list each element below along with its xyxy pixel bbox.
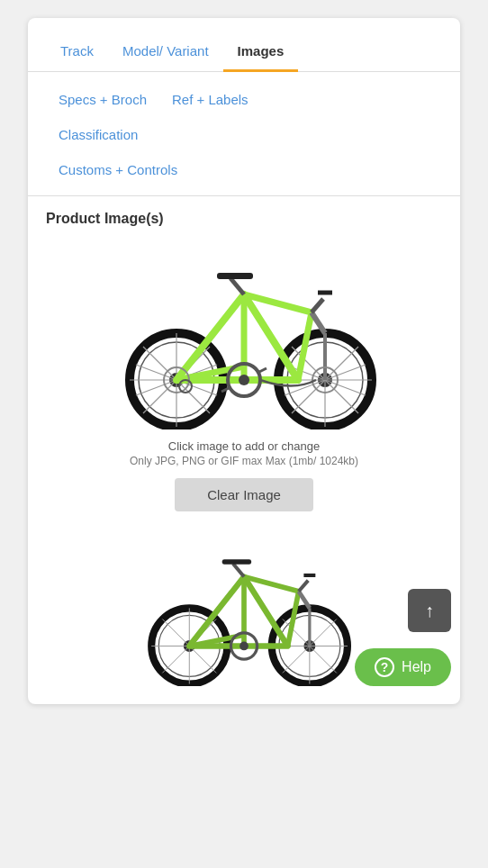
svg-point-62: [239, 642, 249, 651]
tab-ref-labels[interactable]: Ref + Labels: [159, 85, 261, 116]
clear-image-button[interactable]: Clear Image: [175, 478, 313, 511]
tab-images[interactable]: Images: [223, 34, 299, 72]
svg-line-27: [312, 299, 323, 312]
scroll-top-button[interactable]: ↑: [408, 589, 451, 632]
tab-model-variant[interactable]: Model/ Variant: [108, 34, 223, 72]
svg-line-59: [299, 581, 309, 592]
svg-line-57: [233, 564, 244, 577]
svg-line-25: [230, 278, 244, 294]
tabs-row4: Customs + Controls: [28, 151, 460, 196]
image-area: Click image to add or change Only JPG, P…: [28, 236, 460, 686]
product-image-1[interactable]: [82, 236, 406, 434]
help-circle-icon: ?: [375, 657, 394, 677]
svg-rect-26: [217, 273, 253, 279]
chevron-up-icon: ↑: [425, 601, 434, 621]
main-card: Track Model/ Variant Images Specs + Broc…: [28, 18, 460, 704]
bike-svg-1: [100, 240, 388, 429]
tab-specs-broch[interactable]: Specs + Broch: [46, 85, 159, 116]
svg-rect-58: [222, 559, 251, 565]
tab-classification[interactable]: Classification: [46, 120, 150, 151]
svg-point-30: [239, 375, 249, 385]
bike-svg-2: [100, 533, 388, 686]
help-label: Help: [402, 659, 431, 675]
help-button[interactable]: ? Help: [355, 648, 451, 686]
tabs-row3: Classification: [28, 116, 460, 151]
image-hint2: Only JPG, PNG or GIF max Max (1mb/ 1024k…: [130, 455, 358, 467]
section-title: Product Image(s): [28, 196, 460, 236]
tabs-row1: Track Model/ Variant Images: [28, 18, 460, 72]
image-hint: Click image to add or change: [168, 439, 320, 453]
tab-track[interactable]: Track: [46, 34, 108, 72]
tabs-row2: Specs + Broch Ref + Labels: [28, 72, 460, 116]
tab-customs-controls[interactable]: Customs + Controls: [46, 155, 190, 186]
